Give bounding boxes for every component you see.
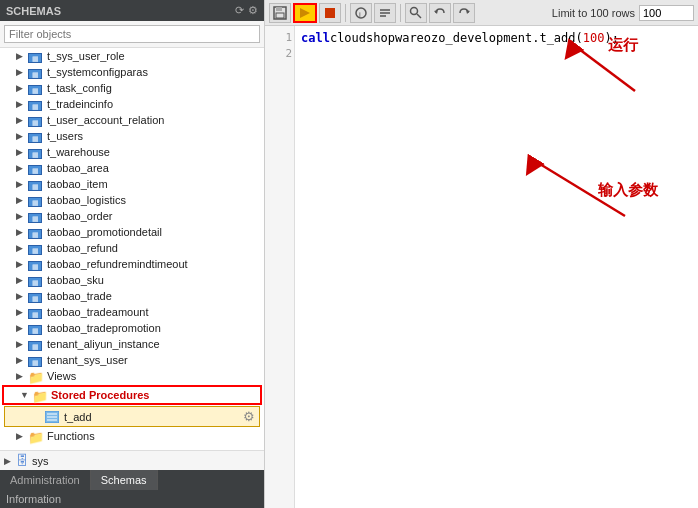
item-label: taobao_order	[47, 210, 112, 222]
tree-item-taobao_trade[interactable]: ▶ ▦ taobao_trade	[0, 288, 264, 304]
tree-item-views[interactable]: ▶ 📁 Views	[0, 368, 264, 384]
sys-label: sys	[32, 455, 49, 467]
save-button[interactable]	[269, 3, 291, 23]
table-icon: ▦	[28, 242, 44, 254]
info-text: Information	[6, 493, 61, 505]
code-line-2	[301, 46, 692, 62]
item-label: taobao_trade	[47, 290, 112, 302]
arrow-icon: ▶	[16, 243, 28, 253]
svg-line-15	[417, 14, 421, 18]
format-button[interactable]	[374, 3, 396, 23]
table-icon: ▦	[28, 210, 44, 222]
svg-rect-5	[276, 7, 282, 11]
tree-item-taobao_sku[interactable]: ▶ ▦ taobao_sku	[0, 272, 264, 288]
arrow-icon: ▶	[16, 431, 28, 441]
tree-item-t_user_account_relation[interactable]: ▶ ▦ t_user_account_relation	[0, 112, 264, 128]
limit-container: Limit to 100 rows	[552, 5, 694, 21]
tree-item-taobao_tradepromotion[interactable]: ▶ ▦ taobao_tradepromotion	[0, 320, 264, 336]
item-label: t_task_config	[47, 82, 112, 94]
table-icon: ▦	[28, 258, 44, 270]
search-button[interactable]	[405, 3, 427, 23]
tab-schemas[interactable]: Schemas	[91, 470, 158, 490]
table-icon: ▦	[28, 178, 44, 190]
tree-item-taobao_order[interactable]: ▶ ▦ taobao_order	[0, 208, 264, 224]
tree-item-taobao_tradeamount[interactable]: ▶ ▦ taobao_tradeamount	[0, 304, 264, 320]
item-label: t_add	[64, 411, 92, 423]
code-line-1: call cloudshopwareozo_development.t_add(…	[301, 30, 692, 46]
tree-item-taobao_logistics[interactable]: ▶ ▦ taobao_logistics	[0, 192, 264, 208]
item-label: t_warehouse	[47, 146, 110, 158]
tree-item-tenant_aliyun_instance[interactable]: ▶ ▦ tenant_aliyun_instance	[0, 336, 264, 352]
svg-point-14	[411, 7, 418, 14]
tab-administration[interactable]: Administration	[0, 470, 91, 490]
arrow-icon: ▶	[16, 147, 28, 157]
undo-button[interactable]	[429, 3, 451, 23]
tree-item-taobao_refund[interactable]: ▶ ▦ taobao_refund	[0, 240, 264, 256]
editor-area: 1 2 call cloudshopwareozo_development.t_…	[265, 26, 698, 508]
tree-item-t_systemconfigparas[interactable]: ▶ ▦ t_systemconfigparas	[0, 64, 264, 80]
folder-icon: 📁	[32, 389, 48, 401]
folder-icon: 📁	[28, 370, 44, 382]
tree-item-taobao_promotiondetail[interactable]: ▶ ▦ taobao_promotiondetail	[0, 224, 264, 240]
item-label: t_tradeincinfo	[47, 98, 113, 110]
right-panel: i Limit to 100 rows 1 2	[265, 0, 698, 508]
arrow-icon: ▶	[16, 323, 28, 333]
limit-input[interactable]	[639, 5, 694, 21]
table-icon: ▦	[28, 114, 44, 126]
arrow-icon: ▶	[16, 291, 28, 301]
tree-item-taobao_refundremindtimeout[interactable]: ▶ ▦ taobao_refundremindtimeout	[0, 256, 264, 272]
run-button[interactable]	[293, 3, 317, 23]
execute-icon[interactable]: ⚙	[243, 409, 255, 424]
item-label: t_users	[47, 130, 83, 142]
arrow-icon: ▶	[16, 371, 28, 381]
tree-item-t_sys_user_role[interactable]: ▶ ▦ t_sys_user_role	[0, 48, 264, 64]
svg-marker-17	[466, 10, 470, 14]
svg-marker-7	[300, 8, 310, 18]
tree-item-tenant_sys_user[interactable]: ▶ ▦ tenant_sys_user	[0, 352, 264, 368]
tree-item-stored-procedures[interactable]: ▼ 📁 Stored Procedures	[2, 385, 262, 405]
line-number-1: 1	[267, 30, 292, 46]
schemas-header: SCHEMAS ⟳ ⚙	[0, 0, 264, 21]
header-icons: ⟳ ⚙	[235, 4, 258, 17]
settings-icon[interactable]: ⚙	[248, 4, 258, 17]
limit-label: Limit to 100 rows	[552, 7, 635, 19]
line-numbers: 1 2	[265, 26, 295, 508]
table-icon: ▦	[28, 290, 44, 302]
code-editor[interactable]: call cloudshopwareozo_development.t_add(…	[295, 26, 698, 508]
table-icon: ▦	[28, 50, 44, 62]
arrow-icon: ▶	[4, 456, 16, 466]
refresh-icon[interactable]: ⟳	[235, 4, 244, 17]
arrow-icon: ▶	[16, 179, 28, 189]
svg-rect-8	[325, 8, 335, 18]
table-icon: ▦	[28, 162, 44, 174]
bottom-nav: Administration Schemas	[0, 470, 264, 490]
item-label: t_sys_user_role	[47, 50, 125, 62]
schema-tree[interactable]: ▶ ▦ t_sys_user_role ▶ ▦ t_systemconfigpa…	[0, 48, 264, 450]
tree-item-t_users[interactable]: ▶ ▦ t_users	[0, 128, 264, 144]
left-panel: SCHEMAS ⟳ ⚙ ▶ ▦ t_sys_user_role ▶ ▦ t_sy…	[0, 0, 265, 508]
filter-input[interactable]	[4, 25, 260, 43]
tree-item-t_tradeincinfo[interactable]: ▶ ▦ t_tradeincinfo	[0, 96, 264, 112]
explain-button[interactable]: i	[350, 3, 372, 23]
table-icon: ▦	[28, 194, 44, 206]
tree-item-t_add[interactable]: t_add ⚙	[4, 406, 260, 427]
arrow-icon: ▶	[16, 227, 28, 237]
tree-item-taobao_area[interactable]: ▶ ▦ taobao_area	[0, 160, 264, 176]
item-label: taobao_area	[47, 162, 109, 174]
redo-button[interactable]	[453, 3, 475, 23]
svg-point-9	[356, 8, 366, 18]
item-label: t_systemconfigparas	[47, 66, 148, 78]
arrow-icon: ▶	[16, 131, 28, 141]
tree-item-functions[interactable]: ▶ 📁 Functions	[0, 428, 264, 444]
folder-icon: 📁	[28, 430, 44, 442]
tree-item-taobao_item[interactable]: ▶ ▦ taobao_item	[0, 176, 264, 192]
schemas-title: SCHEMAS	[6, 5, 61, 17]
item-label: Views	[47, 370, 76, 382]
stop-button[interactable]	[319, 3, 341, 23]
tree-item-t_task_config[interactable]: ▶ ▦ t_task_config	[0, 80, 264, 96]
table-icon: ▦	[28, 66, 44, 78]
separator-2	[400, 4, 401, 22]
sys-node[interactable]: ▶ 🗄 sys	[0, 450, 264, 470]
tree-item-t_warehouse[interactable]: ▶ ▦ t_warehouse	[0, 144, 264, 160]
table-icon: ▦	[28, 306, 44, 318]
